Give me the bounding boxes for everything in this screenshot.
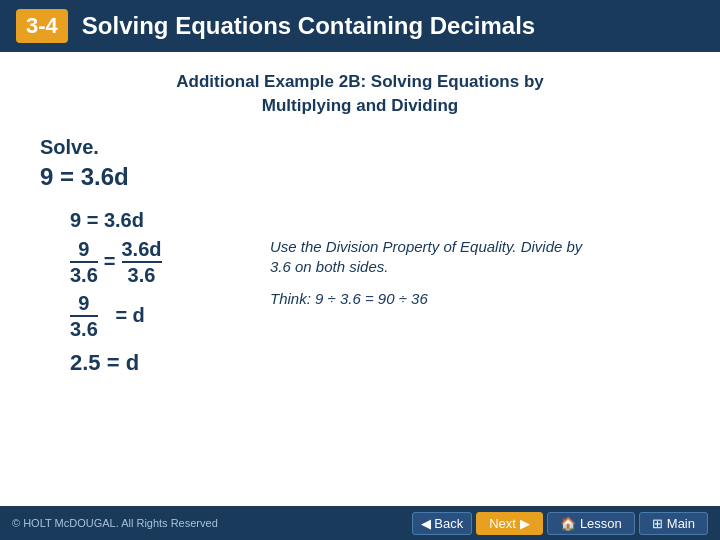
equals-3 <box>104 304 110 327</box>
frac-right-denom: 3.6 <box>128 263 156 286</box>
note-2: Think: 9 ÷ 3.6 = 90 ÷ 36 <box>270 289 590 309</box>
frac-right-numer: 3.6d <box>122 238 162 263</box>
footer: © HOLT McDOUGAL. All Rights Reserved ◀ B… <box>0 506 720 540</box>
fraction-right: 3.6d 3.6 <box>122 238 162 286</box>
main-button[interactable]: ⊞ Main <box>639 512 708 535</box>
steps-column: 9 = 3.6d 9 3.6 = 3.6d 3.6 9 3.6 <box>70 209 240 376</box>
note-1: Use the Division Property of Equality. D… <box>270 237 590 278</box>
step-1: 9 = 3.6d <box>70 209 240 232</box>
lesson-button[interactable]: 🏠 Lesson <box>547 512 635 535</box>
section-badge: 3-4 <box>16 9 68 43</box>
footer-nav-buttons: ◀ Back Next ▶ 🏠 Lesson ⊞ Main <box>412 512 708 535</box>
copyright: © HOLT McDOUGAL. All Rights Reserved <box>12 517 218 529</box>
fraction-left: 9 3.6 <box>70 238 98 286</box>
equals-2: = <box>104 250 116 273</box>
header-title: Solving Equations Containing Decimals <box>82 12 535 40</box>
step3-suffix: = d <box>115 304 144 327</box>
step-3: 9 3.6 = d <box>70 292 240 340</box>
frac-step3-numer: 9 <box>70 292 98 317</box>
solve-label: Solve. <box>40 136 680 159</box>
work-area: 9 = 3.6d 9 3.6 = 3.6d 3.6 9 3.6 <box>70 209 680 376</box>
fraction-step3: 9 3.6 <box>70 292 98 340</box>
step-2: 9 3.6 = 3.6d 3.6 <box>70 238 240 286</box>
frac-step3-denom: 3.6 <box>70 317 98 340</box>
step1-text: 9 = 3.6d <box>70 209 144 232</box>
header: 3-4 Solving Equations Containing Decimal… <box>0 0 720 52</box>
solve-equation: 9 = 3.6d <box>40 163 680 191</box>
main-content: Additional Example 2B: Solving Equations… <box>0 52 720 386</box>
frac-left-numer: 9 <box>70 238 98 263</box>
lesson-icon: 🏠 <box>560 516 576 531</box>
back-button[interactable]: ◀ Back <box>412 512 473 535</box>
main-icon: ⊞ <box>652 516 663 531</box>
example-subtitle: Additional Example 2B: Solving Equations… <box>40 70 680 118</box>
notes-column: Use the Division Property of Equality. D… <box>270 209 590 310</box>
frac-left-denom: 3.6 <box>70 263 98 286</box>
step-4: 2.5 = d <box>70 350 240 376</box>
next-button[interactable]: Next ▶ <box>476 512 543 535</box>
